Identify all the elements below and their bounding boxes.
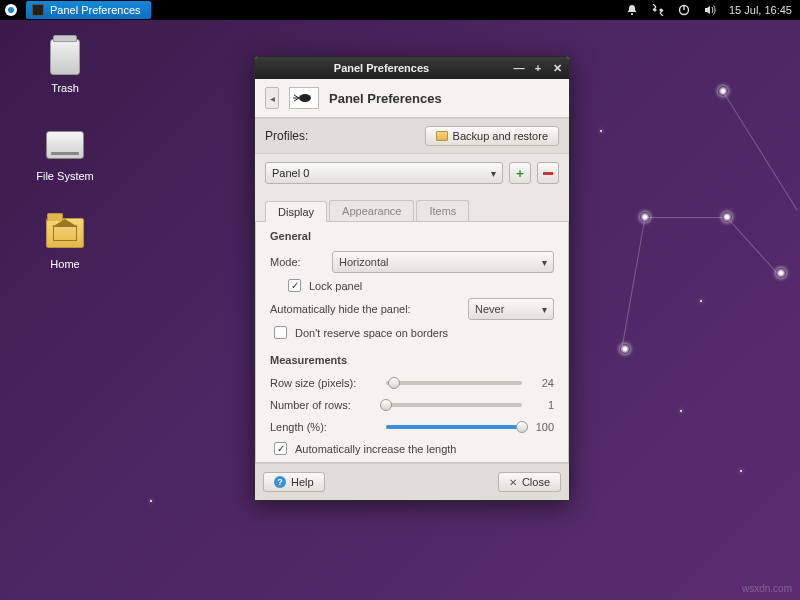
profiles-label: Profiles: <box>265 129 308 143</box>
mode-label: Mode: <box>270 256 324 268</box>
measurements-group: Measurements Row size (pixels): 24 Numbe… <box>256 346 568 462</box>
check-mark-icon: ✓ <box>291 280 299 291</box>
close-icon: ✕ <box>509 477 517 488</box>
tab-label: Display <box>278 206 314 218</box>
desktop-icon-trash[interactable]: Trash <box>30 36 100 94</box>
row-size-slider[interactable] <box>386 381 522 385</box>
add-panel-button[interactable]: ＋ <box>509 162 531 184</box>
close-window-button[interactable]: ✕ <box>549 61 565 75</box>
mode-value: Horizontal <box>339 256 389 268</box>
panel-selector-value: Panel 0 <box>272 167 309 179</box>
autohide-label: Automatically hide the panel: <box>270 303 460 315</box>
help-button[interactable]: ? Help <box>263 472 325 492</box>
help-icon: ? <box>274 476 286 488</box>
measurements-title: Measurements <box>270 354 554 366</box>
volume-icon[interactable] <box>703 3 717 17</box>
desktop-icon-filesystem[interactable]: File System <box>30 124 100 182</box>
autohide-selector[interactable]: Never <box>468 298 554 320</box>
svg-point-7 <box>299 94 311 102</box>
svg-point-3 <box>654 9 656 11</box>
desktop-icon-label: Trash <box>30 82 100 94</box>
desktop-icon-label: File System <box>30 170 100 182</box>
auto-increase-label: Automatically increase the length <box>295 443 456 455</box>
remove-panel-button[interactable] <box>537 162 559 184</box>
profiles-row: Profiles: Backup and restore <box>255 118 569 154</box>
top-panel: Panel Preferences 15 Jul, 16:45 <box>0 0 800 20</box>
row-size-label: Row size (pixels): <box>270 377 378 389</box>
tab-appearance[interactable]: Appearance <box>329 200 414 221</box>
num-rows-label: Number of rows: <box>270 399 378 411</box>
minimize-button[interactable]: — <box>511 61 527 75</box>
close-button[interactable]: ✕ Close <box>498 472 561 492</box>
applications-menu-button[interactable] <box>0 0 22 20</box>
notifications-icon[interactable] <box>625 3 639 17</box>
maximize-button[interactable]: + <box>530 61 546 75</box>
reserve-space-checkbox[interactable] <box>274 326 287 339</box>
desktop-icon-label: Home <box>30 258 100 270</box>
drive-icon <box>46 131 84 159</box>
auto-increase-checkbox[interactable]: ✓ <box>274 442 287 455</box>
length-slider[interactable] <box>386 425 522 429</box>
taskbar-item-panel-preferences[interactable]: Panel Preferences <box>26 1 151 19</box>
home-folder-icon <box>46 218 84 248</box>
panel-selector[interactable]: Panel 0 <box>265 162 503 184</box>
general-group: General Mode: Horizontal ✓ Lock panel Au… <box>256 222 568 346</box>
svg-point-1 <box>8 7 14 13</box>
window-thumb-icon <box>32 4 44 16</box>
network-icon[interactable] <box>651 3 665 17</box>
reserve-space-label: Don't reserve space on borders <box>295 327 448 339</box>
back-button[interactable]: ◂ <box>265 87 279 109</box>
backup-restore-button[interactable]: Backup and restore <box>425 126 559 146</box>
titlebar[interactable]: Panel Preferences — + ✕ <box>255 57 569 79</box>
check-mark-icon: ✓ <box>277 443 285 454</box>
watermark: wsxdn.com <box>742 583 792 594</box>
header: ◂ Panel Preferences <box>255 79 569 118</box>
tab-display[interactable]: Display <box>265 201 327 222</box>
folder-icon <box>436 131 448 141</box>
lock-panel-checkbox[interactable]: ✓ <box>288 279 301 292</box>
minus-icon <box>543 172 553 175</box>
lock-panel-label: Lock panel <box>309 280 362 292</box>
power-icon[interactable] <box>677 3 691 17</box>
header-title: Panel Preferences <box>329 91 442 106</box>
plus-icon: ＋ <box>514 165 526 182</box>
row-size-value: 24 <box>530 377 554 389</box>
taskbar-item-label: Panel Preferences <box>50 4 141 16</box>
window-title: Panel Preferences <box>255 62 508 74</box>
clock[interactable]: 15 Jul, 16:45 <box>729 4 792 16</box>
dialog-footer: ? Help ✕ Close <box>255 463 569 500</box>
length-label: Length (%): <box>270 421 378 433</box>
tab-label: Appearance <box>342 205 401 217</box>
num-rows-value: 1 <box>530 399 554 411</box>
num-rows-slider[interactable] <box>386 403 522 407</box>
trash-icon <box>50 39 80 75</box>
general-title: General <box>270 230 554 242</box>
tabs: Display Appearance Items <box>255 192 569 222</box>
help-button-label: Help <box>291 476 314 488</box>
xfce-logo-icon <box>289 87 319 109</box>
desktop-icons: Trash File System Home <box>30 36 100 270</box>
tab-items[interactable]: Items <box>416 200 469 221</box>
backup-button-label: Backup and restore <box>453 130 548 142</box>
svg-point-2 <box>631 13 633 15</box>
autohide-value: Never <box>475 303 504 315</box>
panel-preferences-window: Panel Preferences — + ✕ ◂ Panel Preferen… <box>254 56 570 501</box>
tab-label: Items <box>429 205 456 217</box>
mode-selector[interactable]: Horizontal <box>332 251 554 273</box>
length-value: 100 <box>530 421 554 433</box>
desktop-icon-home[interactable]: Home <box>30 212 100 270</box>
close-button-label: Close <box>522 476 550 488</box>
svg-point-4 <box>660 9 662 11</box>
